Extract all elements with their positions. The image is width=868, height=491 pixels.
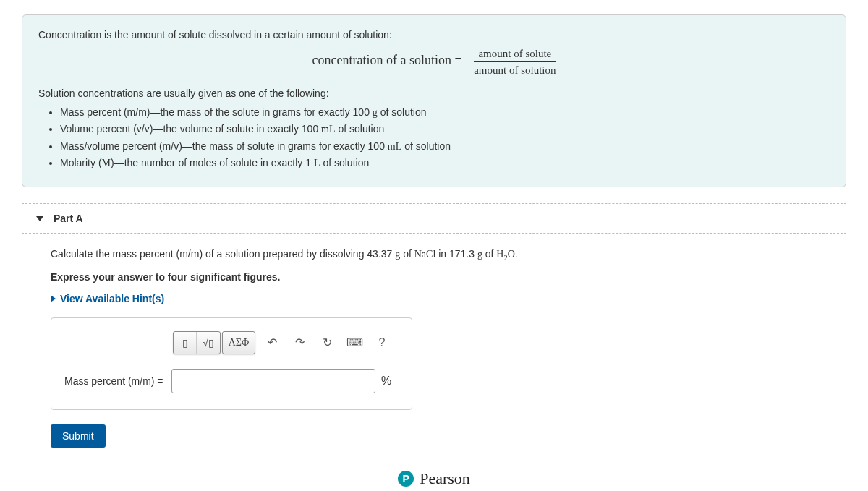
tool-group-greek: ΑΣΦ <box>222 331 255 354</box>
reset-button[interactable]: ↻ <box>316 332 338 354</box>
answer-input[interactable] <box>171 369 375 393</box>
pearson-logo-icon: P <box>398 471 414 487</box>
submit-button[interactable]: Submit <box>51 424 106 448</box>
equation-toolbar: ▯ √▯ ΑΣΦ ↶ ↷ ↻ ⌨ ? <box>173 331 399 354</box>
radical-button[interactable]: √▯ <box>197 332 220 354</box>
intro-box: Concentration is the amount of solute di… <box>22 14 846 187</box>
answer-label: Mass percent (m/m) = <box>64 375 166 387</box>
answer-row: Mass percent (m/m) = % <box>64 369 399 393</box>
chevron-right-icon <box>51 295 56 302</box>
part-title: Part A <box>54 213 83 224</box>
list-item: Mass percent (m/m)—the mass of the solut… <box>60 105 830 120</box>
hints-label: View Available Hint(s) <box>60 293 164 304</box>
part-a-header[interactable]: Part A <box>22 203 846 234</box>
question-text: Calculate the mass percent (m/m) of a so… <box>51 247 846 264</box>
pearson-brand-text: Pearson <box>420 469 470 488</box>
keyboard-button[interactable]: ⌨ <box>344 332 365 354</box>
undo-button[interactable]: ↶ <box>261 332 283 354</box>
footer: P Pearson Copyright © 2023 Pearson Educa… <box>22 469 846 491</box>
list-item: Mass/volume percent (m/v)—the mass of so… <box>60 139 830 154</box>
redo-button[interactable]: ↷ <box>289 332 310 354</box>
instruction-text: Express your answer to four significant … <box>51 271 846 283</box>
concentration-types-list: Mass percent (m/m)—the mass of the solut… <box>60 105 830 171</box>
list-item: Volume percent (v/v)—the volume of solut… <box>60 121 830 137</box>
answer-unit: % <box>381 375 399 388</box>
chevron-down-icon <box>36 216 43 221</box>
intro-line-2: Solution concentrations are usually give… <box>38 87 830 101</box>
tool-group-templates: ▯ √▯ <box>173 331 221 354</box>
intro-line-1: Concentration is the amount of solute di… <box>38 28 830 43</box>
formula-numerator: amount of solute <box>474 47 556 62</box>
formula-lhs: concentration of a solution = <box>312 53 462 67</box>
view-hints-toggle[interactable]: View Available Hint(s) <box>51 293 164 304</box>
concentration-formula: concentration of a solution = amount of … <box>38 47 830 77</box>
formula-denominator: amount of solution <box>474 62 556 77</box>
answer-frame: ▯ √▯ ΑΣΦ ↶ ↷ ↻ ⌨ ? Mass percent (m/m) = … <box>51 317 412 410</box>
template-button[interactable]: ▯ <box>174 332 197 354</box>
part-a-body: Calculate the mass percent (m/m) of a so… <box>22 247 846 448</box>
formula-fraction: amount of solute amount of solution <box>474 47 556 77</box>
pearson-logo: P Pearson <box>398 469 470 488</box>
help-button[interactable]: ? <box>371 332 393 354</box>
greek-button[interactable]: ΑΣΦ <box>223 332 255 354</box>
list-item: Molarity (M)—the number of moles of solu… <box>60 155 830 171</box>
